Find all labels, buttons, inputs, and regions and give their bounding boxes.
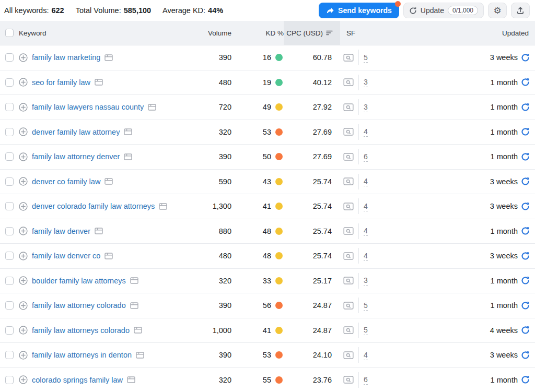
- sf-count[interactable]: 5: [364, 301, 368, 311]
- serp-features-icon[interactable]: [130, 277, 138, 284]
- column-header-sf[interactable]: SF: [340, 21, 375, 45]
- add-to-list-plus-icon[interactable]: [19, 152, 28, 161]
- serp-features-icon[interactable]: [104, 54, 113, 61]
- row-checkbox[interactable]: [5, 376, 14, 384]
- refresh-metrics-icon[interactable]: [521, 375, 530, 384]
- refresh-metrics-icon[interactable]: [521, 152, 530, 161]
- keyword-link[interactable]: family law marketing: [32, 53, 100, 62]
- serp-preview-icon[interactable]: [343, 53, 354, 62]
- sf-count[interactable]: 4: [364, 127, 368, 137]
- refresh-metrics-icon[interactable]: [521, 127, 530, 136]
- sf-count[interactable]: 4: [364, 350, 368, 360]
- keyword-link[interactable]: family law attorney colorado: [32, 301, 126, 310]
- serp-preview-icon[interactable]: [343, 301, 354, 310]
- refresh-metrics-icon[interactable]: [521, 53, 530, 62]
- keyword-link[interactable]: family law lawyers nassau county: [32, 103, 144, 111]
- serp-features-icon[interactable]: [95, 228, 103, 234]
- add-to-list-plus-icon[interactable]: [19, 78, 28, 87]
- column-header-updated[interactable]: Updated: [375, 21, 535, 45]
- serp-preview-icon[interactable]: [343, 227, 354, 235]
- sf-count[interactable]: 4: [364, 201, 368, 211]
- row-checkbox[interactable]: [5, 252, 14, 260]
- serp-preview-icon[interactable]: [343, 127, 354, 136]
- sf-count[interactable]: 5: [364, 53, 368, 63]
- serp-features-icon[interactable]: [134, 327, 142, 334]
- sf-count[interactable]: 6: [364, 375, 368, 385]
- serp-features-icon[interactable]: [104, 178, 113, 185]
- serp-preview-icon[interactable]: [343, 152, 354, 161]
- keyword-link[interactable]: boulder family law attorneys: [32, 277, 126, 285]
- row-checkbox[interactable]: [5, 152, 14, 161]
- row-checkbox[interactable]: [5, 227, 14, 235]
- add-to-list-plus-icon[interactable]: [19, 127, 28, 136]
- add-to-list-plus-icon[interactable]: [19, 227, 28, 235]
- refresh-metrics-icon[interactable]: [521, 202, 530, 211]
- refresh-metrics-icon[interactable]: [521, 276, 530, 285]
- select-all-checkbox[interactable]: [5, 29, 14, 37]
- refresh-metrics-icon[interactable]: [521, 177, 530, 186]
- keyword-link[interactable]: family law attorneys in denton: [32, 351, 132, 359]
- row-checkbox[interactable]: [5, 128, 14, 136]
- column-header-keyword[interactable]: Keyword: [19, 21, 179, 45]
- serp-preview-icon[interactable]: [343, 276, 354, 285]
- serp-features-icon[interactable]: [124, 128, 132, 135]
- sf-count[interactable]: 3: [364, 102, 368, 112]
- serp-preview-icon[interactable]: [343, 351, 354, 360]
- row-checkbox[interactable]: [5, 53, 14, 62]
- row-checkbox[interactable]: [5, 202, 14, 210]
- serp-preview-icon[interactable]: [343, 78, 354, 87]
- column-header-volume[interactable]: Volume: [179, 21, 231, 45]
- serp-features-icon[interactable]: [130, 302, 138, 309]
- refresh-metrics-icon[interactable]: [521, 301, 530, 310]
- serp-features-icon[interactable]: [159, 203, 167, 210]
- column-header-kd[interactable]: KD %: [231, 21, 284, 45]
- serp-features-icon[interactable]: [148, 104, 156, 111]
- column-header-cpc[interactable]: CPC (USD): [284, 21, 340, 45]
- serp-preview-icon[interactable]: [343, 326, 354, 335]
- sf-count[interactable]: 6: [364, 152, 368, 162]
- serp-preview-icon[interactable]: [343, 202, 354, 211]
- keyword-link[interactable]: denver co family law: [32, 177, 100, 186]
- sf-count[interactable]: 4: [364, 226, 368, 236]
- sf-count[interactable]: 5: [364, 325, 368, 335]
- add-to-list-plus-icon[interactable]: [19, 351, 28, 360]
- serp-preview-icon[interactable]: [343, 177, 354, 186]
- serp-features-icon[interactable]: [95, 79, 103, 86]
- row-checkbox[interactable]: [5, 277, 14, 285]
- row-checkbox[interactable]: [5, 177, 14, 186]
- serp-features-icon[interactable]: [104, 253, 113, 259]
- serp-features-icon[interactable]: [124, 153, 132, 160]
- add-to-list-plus-icon[interactable]: [19, 252, 28, 260]
- row-checkbox[interactable]: [5, 351, 14, 359]
- keyword-link[interactable]: seo for family law: [32, 78, 90, 87]
- add-to-list-plus-icon[interactable]: [19, 301, 28, 310]
- sf-count[interactable]: 3: [364, 276, 368, 286]
- keyword-link[interactable]: family law denver co: [32, 252, 100, 260]
- serp-features-icon[interactable]: [127, 376, 135, 383]
- update-button[interactable]: Update 0/1,000: [403, 3, 484, 18]
- keyword-link[interactable]: family law attorney denver: [32, 152, 120, 161]
- add-to-list-plus-icon[interactable]: [19, 103, 28, 112]
- send-keywords-button[interactable]: Send keywords: [319, 3, 399, 18]
- add-to-list-plus-icon[interactable]: [19, 375, 28, 384]
- refresh-metrics-icon[interactable]: [521, 78, 530, 87]
- serp-preview-icon[interactable]: [343, 375, 354, 384]
- sf-count[interactable]: 3: [364, 77, 368, 87]
- serp-preview-icon[interactable]: [343, 103, 354, 112]
- refresh-metrics-icon[interactable]: [521, 103, 530, 112]
- row-checkbox[interactable]: [5, 103, 14, 111]
- keyword-link[interactable]: family law attorneys colorado: [32, 326, 130, 335]
- serp-preview-icon[interactable]: [343, 252, 354, 260]
- settings-button[interactable]: ⚙: [488, 3, 507, 18]
- keyword-link[interactable]: denver family law attorney: [32, 128, 120, 136]
- row-checkbox[interactable]: [5, 301, 14, 310]
- refresh-metrics-icon[interactable]: [521, 351, 530, 360]
- row-checkbox[interactable]: [5, 78, 14, 87]
- serp-features-icon[interactable]: [136, 352, 144, 359]
- add-to-list-plus-icon[interactable]: [19, 177, 28, 186]
- add-to-list-plus-icon[interactable]: [19, 276, 28, 285]
- add-to-list-plus-icon[interactable]: [19, 326, 28, 335]
- sf-count[interactable]: 4: [364, 251, 368, 261]
- refresh-metrics-icon[interactable]: [521, 326, 530, 335]
- keyword-link[interactable]: denver colorado family law attorneys: [32, 202, 155, 210]
